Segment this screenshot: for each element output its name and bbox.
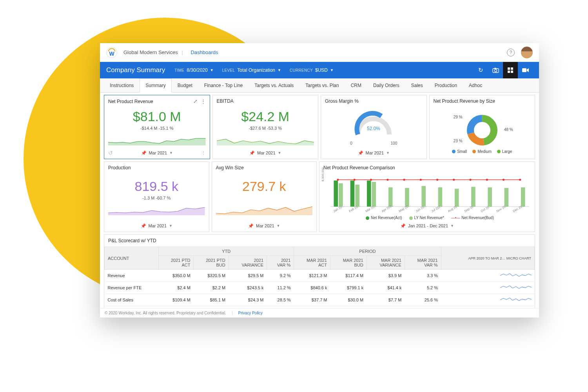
more-icon[interactable]: ⋮ xyxy=(201,151,206,156)
svg-rect-13 xyxy=(334,181,338,207)
privacy-link[interactable]: Privacy Policy xyxy=(238,311,263,315)
card-production[interactable]: Production 819.5 k -1.3 M -60.7 % 📌 Mar … xyxy=(104,162,209,232)
card-title: Net Product Revenue xyxy=(108,99,153,104)
svg-point-37 xyxy=(486,179,488,181)
pin-icon: 📌 xyxy=(358,151,363,156)
tab-daily-orders[interactable]: Daily Orders xyxy=(367,78,405,92)
tab-summary[interactable]: Summary xyxy=(140,78,171,93)
time-filter[interactable]: TIME 8/30/2020 ▼ xyxy=(174,67,213,73)
video-icon[interactable] xyxy=(518,62,533,78)
caret-down-icon: ▼ xyxy=(169,151,173,155)
card-avg-win-size[interactable]: Avg Win Size 279.7 k 📌 Mar 2021 ▼ xyxy=(212,162,317,232)
tab-targets-vs-actuals[interactable]: Targets vs. Actuals xyxy=(249,78,299,92)
pin-icon: 📌 xyxy=(400,223,406,229)
camera-icon[interactable] xyxy=(488,62,503,78)
card-title: EBITDA xyxy=(217,98,234,104)
tab-crm[interactable]: CRM xyxy=(345,78,367,92)
svg-point-28 xyxy=(337,179,339,181)
page-title: Company Summary xyxy=(106,66,165,74)
help-icon[interactable]: ? xyxy=(507,49,515,56)
caret-down-icon: ▼ xyxy=(278,151,281,155)
sparkline xyxy=(108,203,205,215)
topbar: W Global Modern Services | Dashboards ? xyxy=(100,43,539,62)
refresh-icon[interactable]: ↻ xyxy=(473,62,488,78)
tab-finance-top-line[interactable]: Finance - Top Line xyxy=(198,78,249,92)
tab-adhoc[interactable]: Adhoc xyxy=(463,78,488,92)
y-axis-label: $,000,000 xyxy=(321,167,325,181)
expand-icon[interactable]: ⤢ xyxy=(193,98,198,104)
card-ebitda[interactable]: EBITDA $24.2 M -$27.6 M -53.3 % 📌 Mar 20… xyxy=(212,95,319,159)
svg-point-36 xyxy=(469,179,471,181)
tab-production[interactable]: Production xyxy=(429,78,463,92)
svg-rect-6 xyxy=(511,71,513,73)
app-footer: © 2020 Workday, Inc. All rights reserved… xyxy=(100,308,539,318)
copyright-text: © 2020 Workday, Inc. All rights reserved… xyxy=(105,311,226,315)
svg-point-39 xyxy=(519,179,521,181)
level-filter[interactable]: LEVEL Total Organization ▼ xyxy=(222,67,281,73)
kpi-delta: -1.3 M -60.7 % xyxy=(142,196,171,200)
svg-rect-15 xyxy=(350,181,355,207)
table-row[interactable]: Revenue$350.0 M$320.5 M$29.5 M9.2 %$121.… xyxy=(105,270,535,282)
card-title: Gross Margin % xyxy=(325,98,359,104)
table-row[interactable]: Revenue per FTE$2.4 M$2.2 M$243.5 k11.2 … xyxy=(105,282,535,294)
pin-icon: 📌 xyxy=(249,151,255,156)
card-footer[interactable]: 📌 Mar 2021 ▼ xyxy=(212,220,317,232)
svg-rect-17 xyxy=(367,181,371,207)
card-footer[interactable]: 📌 Mar 2021 ▼ xyxy=(104,220,209,232)
kpi-value: $24.2 M xyxy=(241,109,289,124)
currency-filter[interactable]: CURRENCY $USD ▼ xyxy=(290,67,334,73)
combo-legend: Net Revenue(Act) LY Net Revenue* —•— Net… xyxy=(330,216,529,220)
caret-down-icon: ▼ xyxy=(386,151,390,155)
caret-down-icon: ▼ xyxy=(450,224,454,228)
user-avatar[interactable] xyxy=(521,47,533,58)
svg-rect-21 xyxy=(421,186,426,207)
svg-text:52.0%: 52.0% xyxy=(367,126,380,131)
tab-targets-vs-plan[interactable]: Targets vs. Plan xyxy=(299,78,345,92)
pin-icon: 📌 xyxy=(141,151,147,156)
svg-rect-14 xyxy=(339,183,343,207)
card-footer[interactable]: ↺ 📌 Mar 2021 ▼ ⋮ xyxy=(104,147,210,159)
more-icon[interactable]: ⋮ xyxy=(201,98,206,104)
card-title: Net Product Revenue by Size xyxy=(434,98,495,104)
grid-view-icon[interactable] xyxy=(503,62,518,78)
caret-down-icon: ▼ xyxy=(278,68,281,72)
svg-point-34 xyxy=(436,179,438,181)
svg-point-33 xyxy=(420,179,422,181)
tab-sales[interactable]: Sales xyxy=(405,78,429,92)
breadcrumb-dashboards-link[interactable]: Dashboards xyxy=(191,49,218,55)
svg-rect-7 xyxy=(522,68,526,72)
workday-logo[interactable]: W xyxy=(106,47,117,58)
scorecard-table: ACCOUNT YTD PERIOD APR 2020 TO MAR 2… MI… xyxy=(104,247,535,308)
table-row[interactable]: Cost of Sales$109.4 M$85.1 M$24.3 M28.5 … xyxy=(105,294,535,306)
donut-legend: Small Medium Large xyxy=(452,149,512,154)
card-revenue-by-size[interactable]: Net Product Revenue by Size 29 % 23 % 48… xyxy=(429,95,535,159)
donut-chart xyxy=(465,113,500,148)
app-window: W Global Modern Services | Dashboards ? … xyxy=(100,43,539,318)
svg-point-29 xyxy=(354,179,356,181)
history-icon[interactable]: ↺ xyxy=(108,150,113,156)
card-footer[interactable]: 📌 Mar 2021 ▼ xyxy=(213,147,318,159)
card-footer[interactable]: 📌 Mar 2021 ▼ xyxy=(321,147,426,159)
svg-point-30 xyxy=(370,179,372,181)
pin-icon: 📌 xyxy=(248,223,254,229)
card-revenue-comparison[interactable]: Net Product Revenue Comparison $,000,000… xyxy=(319,162,535,232)
scorecard-title: P&L Scorecard w/ YTD xyxy=(104,235,535,247)
svg-rect-16 xyxy=(355,185,359,207)
sparkline xyxy=(108,133,206,145)
sparkline xyxy=(217,133,314,145)
svg-rect-18 xyxy=(372,182,376,207)
card-net-product-revenue[interactable]: Net Product Revenue ⤢ ⋮ $81.0 M -$14.4 M… xyxy=(104,95,210,159)
tab-instructions[interactable]: Instructions xyxy=(104,78,140,92)
svg-point-31 xyxy=(387,179,388,181)
kpi-value: 279.7 k xyxy=(242,179,286,194)
caret-down-icon: ▼ xyxy=(210,68,214,72)
gauge-chart: 52.0% xyxy=(352,109,395,140)
card-gross-margin[interactable]: Gross Margin % 52.0% 0 100 xyxy=(321,95,427,159)
svg-point-32 xyxy=(403,179,405,181)
tab-budget[interactable]: Budget xyxy=(172,78,198,92)
card-footer[interactable]: 📌 Jan 2021 - Dec 2021 ▼ xyxy=(319,220,535,232)
sparkline xyxy=(216,203,313,215)
micro-sparkline xyxy=(500,272,532,279)
svg-point-35 xyxy=(453,179,455,181)
filter-bar: Company Summary TIME 8/30/2020 ▼ LEVEL T… xyxy=(100,62,539,78)
